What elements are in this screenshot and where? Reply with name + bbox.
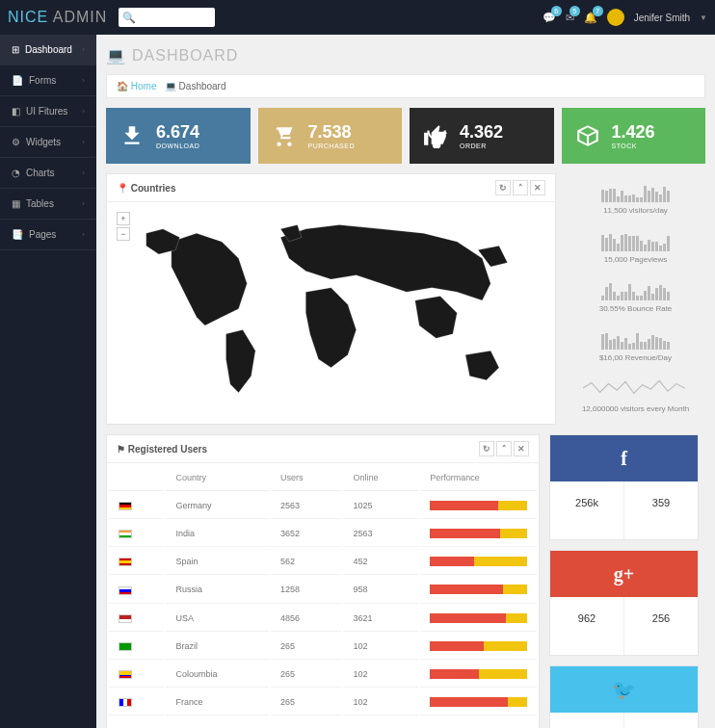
table-row[interactable]: Brazil 265 102 — [109, 634, 537, 660]
stat-card-purchased[interactable]: 7.538PURCHASED — [258, 108, 403, 164]
map-svg — [113, 208, 549, 418]
facebook-icon: f — [550, 435, 698, 481]
sidebar-item-widgets[interactable]: ⚙Widgets› — [0, 127, 96, 158]
table-row[interactable]: Spain 562 452 — [109, 549, 537, 575]
stat-card-order[interactable]: 4.362ORDER — [410, 108, 554, 164]
sidebar-item-forms[interactable]: 📄Forms› — [0, 65, 96, 96]
stats-row: 6.674DOWNLOAD7.538PURCHASED4.362ORDER1.4… — [106, 108, 705, 164]
flag-icon-br — [119, 642, 132, 651]
sidebar-item-ui-fitures[interactable]: ◧UI Fitures› — [0, 96, 96, 127]
mini-stat-2: 30.55% Bounce Rate — [566, 272, 705, 321]
social-card-google-plus[interactable]: g+ 962 256 — [549, 550, 699, 656]
performance-bar — [430, 585, 527, 594]
side-icon: ◔ — [12, 168, 20, 178]
brand-part2: ADMIN — [53, 9, 108, 25]
sidebar-item-dashboard[interactable]: ⊞Dashboard› — [0, 35, 96, 65]
brand-part1: NICE — [8, 9, 48, 25]
close-icon[interactable]: ✕ — [530, 180, 545, 195]
map-title: Countries — [131, 183, 176, 194]
table-row[interactable]: Russia 1258 958 — [109, 577, 537, 603]
table-row[interactable]: Coloumbia 265 102 — [109, 662, 537, 688]
bell-icon[interactable]: 🔔7 — [584, 12, 597, 24]
flag-icon-fr — [119, 698, 132, 707]
performance-bar — [430, 501, 527, 510]
side-icon: ◧ — [12, 106, 20, 117]
chevron-right-icon: › — [82, 138, 85, 146]
social-card-facebook[interactable]: f 256k 359 — [549, 434, 699, 540]
stat-icon — [573, 121, 602, 150]
mini-stat-0: 11,500 visitors/day — [566, 173, 705, 222]
avatar[interactable] — [607, 9, 624, 26]
sparkline-icon — [583, 377, 689, 399]
performance-bar — [430, 529, 527, 538]
laptop-icon-small: 💻 — [165, 81, 176, 91]
table-row[interactable]: Germany 2563 1025 — [109, 493, 537, 519]
spark-bars-icon — [569, 181, 702, 202]
mini-stat-4: 12,000000 visitors every Month — [566, 370, 705, 421]
side-icon: 📄 — [12, 75, 23, 86]
user-name[interactable]: Jenifer Smith — [634, 13, 690, 23]
chevron-right-icon: › — [82, 199, 85, 208]
topbar: NICE ADMIN 🔍 💬6 ✉5 🔔7 Jenifer Smith ▼ — [0, 0, 715, 35]
pin-icon: 📍 — [117, 183, 128, 194]
chevron-right-icon: › — [82, 107, 85, 116]
sidebar-item-pages[interactable]: 📑Pages› — [0, 220, 96, 250]
search-icon: 🔍 — [122, 12, 136, 24]
table-row[interactable]: France 265 102 — [109, 689, 537, 715]
social-card-twitter[interactable]: 🐦 1562k 2562 — [549, 665, 699, 728]
sidebar-item-tables[interactable]: ▦Tables› — [0, 189, 96, 220]
flag-icon: ⚑ — [117, 444, 125, 455]
laptop-icon: 💻 — [106, 46, 126, 65]
map-panel: 📍 Countries ↻ ˄ ✕ + − — [106, 173, 556, 425]
collapse-icon[interactable]: ˄ — [496, 441, 512, 456]
zoom-out-button[interactable]: − — [117, 227, 130, 241]
flag-icon-us — [119, 614, 132, 623]
side-stats: 11,500 visitors/day15,000 Pageviews30.55… — [566, 173, 705, 425]
performance-bar — [430, 641, 527, 651]
social-column: f 256k 359 g+ 962 256 🐦 1562k 2562 — [549, 434, 699, 728]
performance-bar — [430, 557, 527, 566]
page-title: 💻 DASHBOARD — [106, 46, 705, 65]
chevron-right-icon: › — [82, 169, 85, 177]
mini-stat-3: $16,00 Revenue/Day — [566, 321, 705, 370]
users-table: CountryUsersOnlinePerformance Germany 25… — [107, 463, 539, 717]
users-panel: ⚑ Registered Users ↻ ˄ ✕ CountryUsersOnl… — [106, 434, 540, 728]
zoom-in-button[interactable]: + — [117, 212, 130, 225]
sidebar-item-charts[interactable]: ◔Charts› — [0, 158, 96, 189]
flag-icon-ru — [119, 586, 132, 595]
side-icon: ▦ — [12, 198, 20, 209]
close-icon[interactable]: ✕ — [514, 441, 529, 456]
refresh-icon[interactable]: ↻ — [479, 441, 494, 456]
twitter-icon: 🐦 — [550, 666, 698, 713]
stat-card-download[interactable]: 6.674DOWNLOAD — [106, 108, 251, 164]
flag-icon-es — [119, 558, 132, 566]
google-plus-icon: g+ — [550, 551, 698, 597]
table-row[interactable]: India 3652 2563 — [109, 521, 537, 547]
users-panel-title: Registered Users — [128, 444, 207, 455]
stat-icon — [118, 121, 146, 150]
brand-logo: NICE ADMIN — [8, 9, 107, 26]
chat-icon[interactable]: 💬6 — [543, 12, 556, 24]
performance-bar — [430, 613, 527, 623]
mail-icon[interactable]: ✉5 — [566, 12, 574, 24]
collapse-icon[interactable]: ˄ — [513, 180, 528, 195]
flag-icon-co — [119, 670, 132, 679]
stat-icon — [270, 121, 299, 150]
user-caret-icon: ▼ — [700, 13, 707, 22]
search-box[interactable]: 🔍 — [119, 8, 215, 27]
mini-stat-1: 15,000 Pageviews — [566, 222, 705, 272]
table-header: Performance — [420, 465, 537, 491]
breadcrumb-home[interactable]: Home — [131, 81, 157, 91]
table-header: Country — [166, 465, 268, 491]
world-map[interactable]: + − — [107, 202, 555, 424]
breadcrumb: 🏠 Home 💻 Dashboard — [106, 74, 705, 98]
refresh-icon[interactable]: ↻ — [495, 180, 511, 195]
spark-bars-icon — [569, 230, 702, 251]
search-input[interactable] — [136, 13, 213, 23]
table-row[interactable]: USA 4856 3621 — [109, 606, 537, 632]
chevron-right-icon: › — [82, 76, 85, 85]
table-header — [109, 465, 164, 491]
home-icon: 🏠 — [117, 81, 128, 91]
stat-card-stock[interactable]: 1.426STOCK — [562, 108, 706, 164]
table-header: Users — [271, 465, 342, 491]
